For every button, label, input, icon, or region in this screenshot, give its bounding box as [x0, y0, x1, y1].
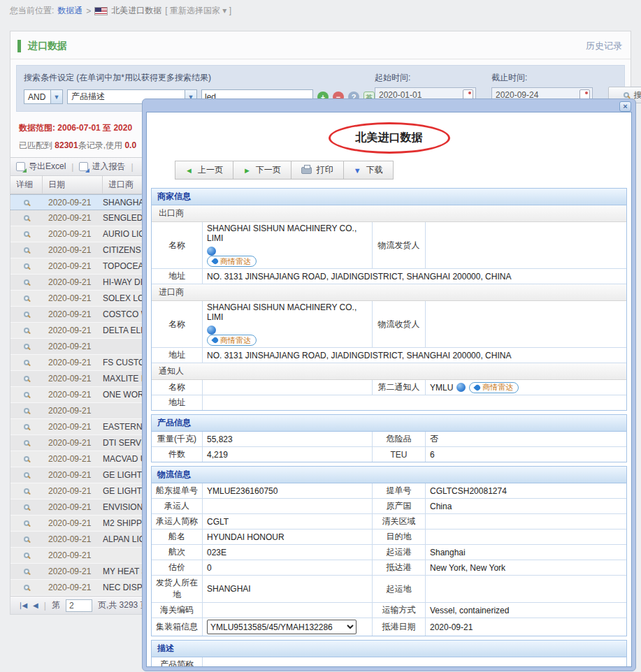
- radar-icon: [211, 257, 219, 265]
- field-label: 产品简称: [152, 657, 202, 667]
- section-logistics: 物流信息船东提单号YMLUE236160750提单号CGLTCSH2008127…: [151, 466, 627, 636]
- magnifier-icon[interactable]: [24, 263, 29, 269]
- next-page-button[interactable]: 下一页: [233, 161, 291, 179]
- radar-icon: [211, 336, 219, 344]
- record-detail-dialog: × 北美进口数据 上一页下一页打印下载 商家信息出口商名称SHANGHAI SI…: [142, 98, 636, 671]
- magnifier-icon[interactable]: [24, 569, 29, 574]
- breadcrumb-separator: >: [86, 6, 91, 16]
- column-header-detail[interactable]: 详细: [10, 176, 43, 193]
- magnifier-icon[interactable]: [24, 504, 29, 510]
- detail-row: 地址NO. 3131 JINSHAJIANG ROAD, JIADINGDIST…: [152, 269, 626, 284]
- field-value: HYUNDAI HONOUR: [207, 532, 285, 542]
- magnifier-icon[interactable]: [24, 200, 29, 205]
- detail-row: 发货人所在地SHANGHAI起运地: [152, 576, 626, 603]
- magnifier-icon[interactable]: [24, 456, 29, 462]
- close-icon[interactable]: ×: [619, 101, 631, 112]
- magnifier-icon[interactable]: [24, 585, 29, 590]
- download-page-button[interactable]: 下载: [344, 161, 393, 179]
- field-label: 集装箱信息: [152, 618, 202, 636]
- magnifier-icon[interactable]: [24, 328, 29, 333]
- field-value: China: [430, 502, 452, 511]
- enter-report-button[interactable]: 进入报告: [79, 161, 125, 173]
- field-value: New York, New York: [430, 563, 505, 573]
- radar-label: 商情雷达: [220, 256, 251, 267]
- field-label: 提单号: [372, 483, 425, 498]
- field-label: 目的地: [372, 529, 425, 544]
- magnifier-icon[interactable]: [24, 279, 29, 285]
- subsection-header: 通知人: [152, 363, 626, 380]
- magnifier-icon[interactable]: [24, 488, 29, 494]
- row-date: 2020-09-21: [43, 567, 103, 576]
- container-info-select[interactable]: YMLU9513585/45/YMAH132286: [207, 620, 356, 634]
- magnifier-icon[interactable]: [24, 520, 29, 526]
- prev-page-icon[interactable]: ◀: [33, 601, 38, 609]
- field-value-cell: [202, 657, 626, 667]
- dialog-body: 北美进口数据 上一页下一页打印下载 商家信息出口商名称SHANGHAI SISH…: [146, 112, 632, 667]
- magnifier-icon[interactable]: [24, 424, 29, 430]
- field-value: YMLUE236160750: [207, 486, 278, 496]
- match-count: 82301: [55, 140, 78, 150]
- magnifier-icon[interactable]: [24, 553, 29, 558]
- field-label: 地址: [152, 269, 202, 284]
- globe-icon[interactable]: [207, 247, 216, 256]
- section-header: 产品信息: [152, 415, 626, 432]
- magnifier-icon[interactable]: [24, 360, 29, 365]
- first-page-icon[interactable]: ◀: [17, 601, 27, 609]
- end-date-label: 截止时间:: [491, 72, 593, 84]
- field-value: 023E: [207, 548, 226, 557]
- magnifier-icon[interactable]: [24, 408, 29, 414]
- magnifier-icon[interactable]: [24, 472, 29, 478]
- breadcrumb-link-datahub[interactable]: 数据通: [57, 5, 82, 17]
- field-value-cell: [425, 529, 626, 544]
- field-value-cell: SHANGHAI SISHUN MACHINERY CO., LIMI商情雷达: [202, 301, 372, 347]
- magnifier-icon[interactable]: [24, 215, 29, 221]
- field-value-cell: 4,219: [202, 447, 372, 462]
- row-date: 2020-09-21: [43, 245, 103, 255]
- field-value: CGLTCSH20081274: [430, 486, 507, 496]
- magnifier-icon[interactable]: [24, 312, 29, 317]
- globe-icon[interactable]: [456, 383, 466, 392]
- section-header: 描述: [152, 641, 626, 657]
- page-total-label: 页,共 3293 页: [98, 599, 149, 611]
- field-value: YMLU: [430, 383, 453, 393]
- history-link[interactable]: 历史记录: [586, 40, 622, 52]
- magnifier-icon[interactable]: [24, 536, 29, 542]
- field-value-cell: [425, 576, 626, 602]
- radar-badge[interactable]: 商情雷达: [207, 335, 257, 346]
- export-excel-button[interactable]: 导出Excel: [16, 161, 66, 173]
- globe-icon[interactable]: [207, 326, 216, 335]
- radar-badge[interactable]: 商情雷达: [469, 382, 519, 393]
- dialog-title: 北美进口数据: [356, 131, 423, 143]
- prev-page-button[interactable]: 上一页: [175, 161, 233, 179]
- print-page-button[interactable]: 打印: [291, 161, 344, 179]
- magnifier-icon[interactable]: [24, 247, 29, 253]
- row-date: 2020-09-21: [43, 550, 103, 560]
- magnifier-icon[interactable]: [24, 440, 29, 446]
- magnifier-icon[interactable]: [24, 392, 29, 397]
- field-label: 发货人所在地: [152, 576, 202, 602]
- bool-operator-select[interactable]: AND ▼: [24, 89, 63, 104]
- field-value: 0: [207, 563, 212, 573]
- magnifier-icon[interactable]: [24, 231, 29, 237]
- breadcrumb-current: 北美进口数据: [111, 5, 161, 17]
- radar-badge[interactable]: 商情雷达: [207, 256, 257, 267]
- page-number-input[interactable]: [66, 599, 92, 612]
- row-date: 2020-09-21: [43, 326, 103, 335]
- magnifier-icon[interactable]: [24, 344, 29, 349]
- search-icon: [624, 92, 629, 98]
- field-label: 第二通知人: [372, 380, 425, 395]
- next-icon: [243, 166, 251, 175]
- magnifier-icon[interactable]: [24, 376, 29, 381]
- column-header-date[interactable]: 日期: [43, 176, 103, 193]
- detail-row: 估价0抵达港New York, New York: [152, 560, 626, 576]
- field-value-cell: Shanghai: [425, 545, 626, 560]
- detail-row: 承运人简称CGLT清关区域: [152, 514, 626, 529]
- breadcrumb-prefix: 您当前位置:: [10, 5, 54, 17]
- field-label: 承运人简称: [152, 514, 202, 529]
- field-label: 船名: [152, 529, 202, 544]
- field-value: SHANGHAI SISHUN MACHINERY CO., LIMI: [207, 224, 368, 243]
- row-date: 2020-09-21: [43, 438, 103, 448]
- reselect-country-control[interactable]: [ 重新选择国家 ▾ ]: [165, 5, 231, 17]
- field-value-cell: [202, 380, 372, 395]
- magnifier-icon[interactable]: [24, 295, 29, 301]
